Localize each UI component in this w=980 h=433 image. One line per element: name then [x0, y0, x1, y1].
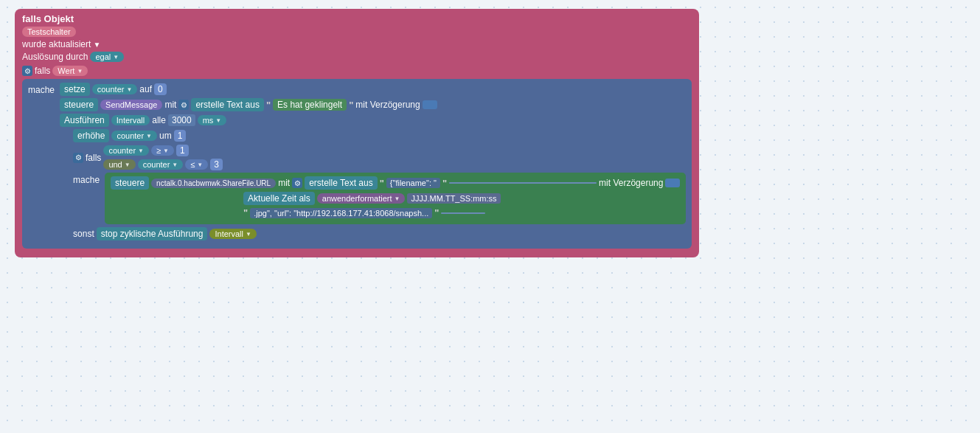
date-format: JJJJ.MM.TT_SS:mm:ss — [407, 193, 500, 204]
long-field-2 — [441, 212, 485, 214]
gear-icon-2[interactable]: ⚙ — [178, 100, 189, 110]
trigger-label: wurde aktualisiert — [22, 39, 91, 49]
object-name-pill[interactable]: Testschalter — [22, 27, 76, 37]
mit-verzogerung-2: mit Verzögerung — [599, 178, 663, 188]
aktuelle-zeit-label: Aktuelle Zeit als — [243, 192, 315, 205]
sendmessage-pill[interactable]: SendMessage — [100, 100, 162, 110]
alle-label: alle — [152, 115, 166, 125]
intervall-pill-2[interactable]: Intervall ▼ — [209, 229, 256, 239]
gear-icon-3[interactable]: ⚙ — [73, 153, 83, 163]
mit-label-1: mit — [164, 100, 176, 110]
erstelle-text-label-1: erstelle Text aus — [191, 98, 264, 111]
jpg-url-text: .jpg", "url": "http://192.168.177.41:806… — [250, 208, 432, 218]
trigger-dropdown[interactable]: egal ▼ — [90, 52, 124, 62]
steuere-label-1: steuere — [60, 98, 98, 111]
ms-value: 3000 — [168, 114, 195, 126]
lte-pill[interactable]: ≤ ▼ — [185, 159, 208, 170]
anwenderformatiert-pill[interactable]: anwenderformatiert ▼ — [317, 193, 406, 204]
filename-text: {"filename": " — [386, 178, 440, 188]
counter-pill-3[interactable]: counter ▼ — [103, 145, 149, 156]
setze-label: setze — [60, 83, 90, 96]
trigger-dropdown-arrow: ▼ — [113, 54, 119, 60]
mit-verzogerung-1: mit Verzögerung — [355, 100, 420, 110]
counter-pill-1[interactable]: counter ▼ — [92, 84, 138, 94]
auslosung-label: Auslösung durch — [22, 52, 88, 62]
counter-pill-2[interactable]: counter ▼ — [111, 131, 157, 141]
mache-label-1: mache — [28, 83, 55, 95]
und-pill[interactable]: und ▼ — [103, 159, 135, 170]
ausfuhren-label: Ausführen — [60, 114, 109, 127]
zero-value: 0 — [154, 83, 167, 95]
gte-pill[interactable]: ≥ ▼ — [151, 145, 174, 156]
falls-label-1: falls — [35, 66, 50, 76]
counter-pill-4[interactable]: counter ▼ — [138, 159, 184, 170]
gear-icon-4[interactable]: ⚙ — [292, 178, 302, 188]
ms-pill[interactable]: ms ▼ — [198, 115, 227, 125]
mit-label-2: mit — [278, 178, 290, 188]
erstelle-text-label-2: erstelle Text aus — [305, 176, 378, 190]
es-hat-text: Es hat geklingelt — [273, 99, 347, 111]
mache-label-2: mache — [73, 173, 100, 185]
one-value: 1 — [174, 130, 187, 142]
falls-label-2: falls — [86, 153, 101, 163]
nctalk-url-pill[interactable]: nctalk.0.hacbwmwk.ShareFile.URL — [151, 179, 276, 188]
val3-value: 3 — [210, 159, 223, 170]
steuere-label-2: steuere — [111, 176, 149, 190]
val1-value: 1 — [176, 145, 189, 156]
sonst-label: sonst — [73, 229, 94, 239]
wert-pill[interactable]: Wert ▼ — [52, 66, 88, 76]
erhohe-label: erhöhe — [73, 129, 109, 142]
intervall-pill-1[interactable]: Intervall — [111, 115, 150, 125]
auf-label: auf — [139, 84, 152, 94]
falls-objekt-label: falls Objekt — [22, 13, 74, 24]
um-label: um — [159, 131, 172, 141]
object-name-text: Testschalter — [27, 27, 71, 36]
stop-label: stop zyklische Ausführung — [97, 227, 208, 240]
gear-icon-1[interactable]: ⚙ — [22, 66, 32, 76]
long-field-1 — [449, 182, 597, 184]
